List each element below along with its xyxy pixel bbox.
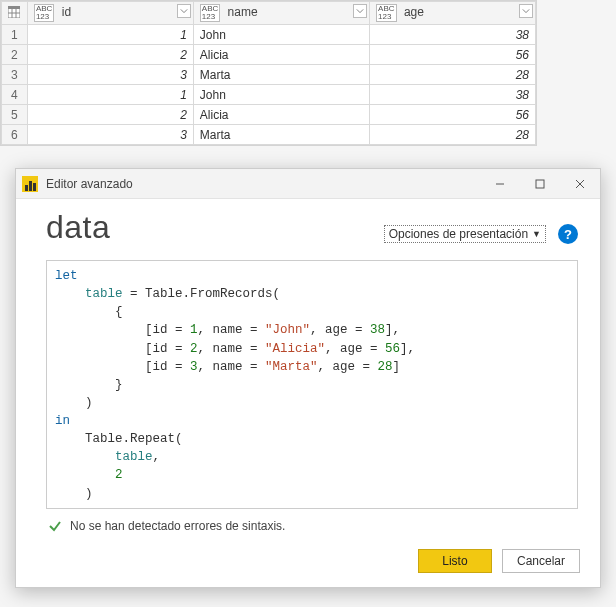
table-row[interactable]: 2 2 Alicia 56 <box>2 45 536 65</box>
column-header-name[interactable]: ABC123 name <box>193 2 369 25</box>
presentation-options-dropdown[interactable]: Opciones de presentación ▼ <box>384 225 546 243</box>
close-button[interactable] <box>566 174 594 194</box>
cell-id[interactable]: 2 <box>27 45 193 65</box>
column-filter-dropdown[interactable] <box>353 4 367 18</box>
cell-name[interactable]: John <box>193 25 369 45</box>
cell-name[interactable]: Alicia <box>193 105 369 125</box>
cell-name[interactable]: John <box>193 85 369 105</box>
table-row[interactable]: 4 1 John 38 <box>2 85 536 105</box>
window-title: Editor avanzado <box>46 177 478 191</box>
row-number: 1 <box>2 25 28 45</box>
query-preview-table: ABC123 id ABC123 name <box>0 0 537 146</box>
cell-id[interactable]: 1 <box>27 85 193 105</box>
column-header-label: age <box>404 5 424 19</box>
cell-name[interactable]: Alicia <box>193 45 369 65</box>
datatype-any-icon: ABC123 <box>376 4 396 22</box>
cell-name[interactable]: Marta <box>193 125 369 145</box>
chevron-down-icon: ▼ <box>532 229 541 239</box>
column-header-label: name <box>228 5 258 19</box>
cell-age[interactable]: 28 <box>370 125 536 145</box>
cell-age[interactable]: 38 <box>370 25 536 45</box>
column-filter-dropdown[interactable] <box>177 4 191 18</box>
syntax-status-text: No se han detectado errores de sintaxis. <box>70 519 285 533</box>
maximize-button[interactable] <box>526 174 554 194</box>
column-header-age[interactable]: ABC123 age <box>370 2 536 25</box>
checkmark-icon <box>48 519 62 533</box>
cell-id[interactable]: 3 <box>27 65 193 85</box>
powerbi-icon <box>22 176 38 192</box>
column-header-id[interactable]: ABC123 id <box>27 2 193 25</box>
syntax-status: No se han detectado errores de sintaxis. <box>46 509 578 533</box>
table-row[interactable]: 3 3 Marta 28 <box>2 65 536 85</box>
table-corner-icon[interactable] <box>2 2 28 25</box>
minimize-button[interactable] <box>486 174 514 194</box>
column-filter-dropdown[interactable] <box>519 4 533 18</box>
window-titlebar[interactable]: Editor avanzado <box>16 169 600 199</box>
datatype-any-icon: ABC123 <box>34 4 54 22</box>
svg-rect-1 <box>8 6 20 9</box>
cell-name[interactable]: Marta <box>193 65 369 85</box>
cancel-button[interactable]: Cancelar <box>502 549 580 573</box>
row-number: 4 <box>2 85 28 105</box>
row-number: 2 <box>2 45 28 65</box>
svg-rect-6 <box>536 180 544 188</box>
cell-id[interactable]: 1 <box>27 25 193 45</box>
table-row[interactable]: 6 3 Marta 28 <box>2 125 536 145</box>
cell-id[interactable]: 2 <box>27 105 193 125</box>
column-header-label: id <box>62 5 71 19</box>
table-row[interactable]: 1 1 John 38 <box>2 25 536 45</box>
presentation-options-label: Opciones de presentación <box>389 227 528 241</box>
cell-age[interactable]: 28 <box>370 65 536 85</box>
row-number: 6 <box>2 125 28 145</box>
cell-age[interactable]: 56 <box>370 105 536 125</box>
cell-age[interactable]: 38 <box>370 85 536 105</box>
cell-age[interactable]: 56 <box>370 45 536 65</box>
done-button[interactable]: Listo <box>418 549 492 573</box>
help-icon[interactable]: ? <box>558 224 578 244</box>
row-number: 5 <box>2 105 28 125</box>
cell-id[interactable]: 3 <box>27 125 193 145</box>
table-row[interactable]: 5 2 Alicia 56 <box>2 105 536 125</box>
datatype-any-icon: ABC123 <box>200 4 220 22</box>
advanced-editor-window: Editor avanzado data Opciones de present… <box>15 168 601 588</box>
query-name-heading: data <box>46 209 110 246</box>
m-code-editor[interactable]: let table = Table.FromRecords( { [id = 1… <box>46 260 578 509</box>
row-number: 3 <box>2 65 28 85</box>
